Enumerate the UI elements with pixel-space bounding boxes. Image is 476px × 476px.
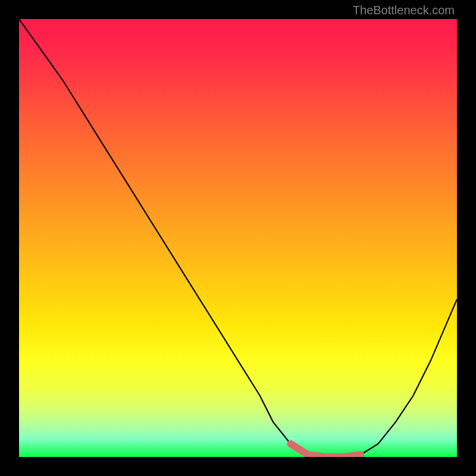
bottleneck-curve-line — [19, 19, 457, 457]
watermark-text: TheBottleneck.com — [353, 4, 455, 17]
curve-layer — [19, 19, 457, 457]
optimal-range-highlight — [290, 444, 361, 457]
bottleneck-chart: TheBottleneck.com — [0, 0, 476, 476]
plot-area — [19, 19, 457, 457]
